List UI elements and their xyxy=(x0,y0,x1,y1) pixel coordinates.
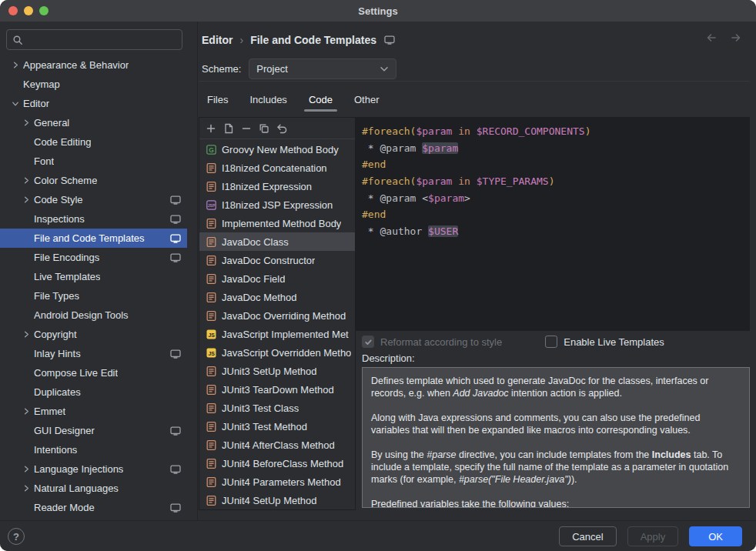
template-list-item[interactable]: JavaDoc Class xyxy=(199,232,355,251)
sidebar-item-reader-mode[interactable]: Reader Mode xyxy=(0,498,187,517)
close-window-button[interactable] xyxy=(8,6,18,15)
template-editor[interactable]: #foreach($param in $RECORD_COMPONENTS) *… xyxy=(356,117,750,331)
template-list-item[interactable]: G Groovy New Method Body xyxy=(199,140,355,159)
code-token: $USER xyxy=(428,225,458,237)
description-text: Predefined variables take the following … xyxy=(371,499,569,508)
reset-template-button[interactable] xyxy=(273,120,290,137)
settings-sidebar: Appearance & Behavior Keymap Editor Gene… xyxy=(0,22,198,520)
template-list-item[interactable]: JavaDoc Field xyxy=(199,269,355,288)
sidebar-item-compose-live-edit[interactable]: Compose Live Edit xyxy=(0,363,187,382)
sidebar-item-emmet[interactable]: Emmet xyxy=(0,402,187,421)
tree-chevron-icon[interactable] xyxy=(22,195,32,205)
maximize-window-button[interactable] xyxy=(39,6,49,15)
enable-live-templates-checkbox[interactable]: Enable Live Templates xyxy=(545,336,664,348)
sidebar-item-intentions[interactable]: Intentions xyxy=(0,440,187,459)
search-input[interactable] xyxy=(27,34,176,45)
sidebar-item-appearance-behavior[interactable]: Appearance & Behavior xyxy=(0,55,187,75)
back-button[interactable] xyxy=(705,32,718,43)
template-list-item[interactable]: JavaDoc Overriding Method xyxy=(199,306,355,325)
template-file-icon xyxy=(206,366,217,377)
tree-chevron-icon[interactable] xyxy=(22,464,32,475)
tree-chevron-icon[interactable] xyxy=(11,60,21,71)
template-list-item-label: I18nized Concatenation xyxy=(222,162,327,174)
tree-chevron-icon[interactable] xyxy=(22,483,32,494)
template-description[interactable]: Defines template which used to generate … xyxy=(362,367,750,508)
template-list-item[interactable]: JavaDoc Constructor xyxy=(199,251,355,269)
template-list-item-label: JUnit4 Parameters Method xyxy=(222,476,341,488)
sidebar-item-android-design-tools[interactable]: Android Design Tools xyxy=(0,306,187,325)
remove-template-button[interactable] xyxy=(237,120,255,137)
ok-button[interactable]: OK xyxy=(689,526,742,546)
breadcrumb: Editor › File and Code Templates xyxy=(202,31,395,49)
sidebar-item-editor[interactable]: Editor xyxy=(0,94,187,113)
template-list-item[interactable]: JUnit3 Test Class xyxy=(199,399,355,417)
tree-chevron-icon[interactable] xyxy=(22,175,32,186)
sidebar-item-language-injections[interactable]: Language Injections xyxy=(0,459,187,479)
scheme-row: Scheme: Project xyxy=(202,58,396,79)
help-button[interactable]: ? xyxy=(8,528,25,545)
sidebar-item-color-scheme[interactable]: Color Scheme xyxy=(0,171,187,190)
sidebar-item-copyright[interactable]: Copyright xyxy=(0,325,187,344)
sidebar-item-label: File Types xyxy=(34,290,79,302)
template-list-item[interactable]: JUnit4 SetUp Method xyxy=(199,491,355,509)
sidebar-item-code-editing[interactable]: Code Editing xyxy=(0,132,187,152)
tab-files[interactable]: Files xyxy=(200,88,235,111)
template-file-icon xyxy=(206,458,217,469)
sidebar-item-live-templates[interactable]: Live Templates xyxy=(0,267,187,286)
template-list-item-label: JavaDoc Class xyxy=(222,236,289,248)
minimize-window-button[interactable] xyxy=(24,6,33,15)
template-list-item-label: JavaDoc Constructor xyxy=(222,255,315,266)
sidebar-item-label: Language Injections xyxy=(34,463,123,475)
template-list-item[interactable]: JUnit3 SetUp Method xyxy=(199,362,355,380)
sidebar-item-file-encodings[interactable]: File Encodings xyxy=(0,248,187,267)
template-list-item[interactable]: JUnit4 AfterClass Method xyxy=(199,436,355,454)
code-token: in xyxy=(452,175,476,187)
sidebar-item-natural-languages[interactable]: Natural Languages xyxy=(0,479,187,498)
template-list-item[interactable]: I18nized Concatenation xyxy=(199,159,355,177)
tab-code[interactable]: Code xyxy=(302,88,340,111)
scheme-dropdown[interactable]: Project xyxy=(249,58,396,79)
tree-chevron-icon[interactable] xyxy=(22,118,32,129)
sidebar-item-gui-designer[interactable]: GUI Designer xyxy=(0,421,187,440)
template-list-item-label: JUnit4 BeforeClass Method xyxy=(222,458,343,469)
titlebar: Settings xyxy=(0,0,756,22)
sidebar-item-general[interactable]: General xyxy=(0,113,187,132)
template-list-item[interactable]: JUnit3 Test Method xyxy=(199,417,355,436)
sidebar-item-inlay-hints[interactable]: Inlay Hints xyxy=(0,344,187,363)
template-list-item[interactable]: JS JavaScript Implemented Met xyxy=(199,325,355,343)
template-list-item[interactable]: JavaDoc Method xyxy=(199,288,355,306)
template-list-item-label: JUnit3 SetUp Method xyxy=(222,366,317,377)
breadcrumb-item-editor[interactable]: Editor xyxy=(202,34,232,46)
js-file-icon: JS xyxy=(206,347,217,359)
template-list-item[interactable]: JS JavaScript Overridden Metho xyxy=(199,343,355,362)
duplicate-template-button[interactable] xyxy=(255,120,273,137)
add-template-button[interactable] xyxy=(202,120,219,137)
reformat-checkbox[interactable]: Reformat according to style xyxy=(362,336,502,348)
sidebar-item-code-style[interactable]: Code Style xyxy=(0,190,187,209)
template-list-item[interactable]: JSP I18nized JSP Expression xyxy=(199,195,355,214)
template-list-item[interactable]: JUnit3 TearDown Method xyxy=(199,380,355,399)
apply-button[interactable]: Apply xyxy=(627,526,679,546)
sidebar-item-file-and-code-templates[interactable]: File and Code Templates xyxy=(0,229,187,248)
sidebar-item-duplicates[interactable]: Duplicates xyxy=(0,382,187,402)
template-list-item[interactable]: JUnit4 BeforeClass Method xyxy=(199,454,355,473)
template-list-item[interactable]: I18nized Expression xyxy=(199,177,355,195)
cancel-button[interactable]: Cancel xyxy=(559,526,616,546)
settings-search-box[interactable] xyxy=(6,29,182,50)
tree-chevron-icon[interactable] xyxy=(22,406,32,417)
sidebar-item-keymap[interactable]: Keymap xyxy=(0,75,187,94)
sidebar-item-file-types[interactable]: File Types xyxy=(0,286,187,306)
tab-other[interactable]: Other xyxy=(347,88,386,111)
tree-chevron-icon[interactable] xyxy=(22,329,32,340)
forward-button[interactable] xyxy=(730,32,742,43)
sidebar-item-inspections[interactable]: Inspections xyxy=(0,209,187,229)
template-list-item[interactable]: JUnit4 Parameters Method xyxy=(199,473,355,491)
sidebar-item-font[interactable]: Font xyxy=(0,152,187,171)
code-line: * @author $USER xyxy=(362,223,750,240)
template-list-item[interactable]: Implemented Method Body xyxy=(199,214,355,232)
search-icon xyxy=(12,35,23,45)
code-line: * @param $param xyxy=(362,140,750,157)
tree-chevron-icon[interactable] xyxy=(11,99,22,109)
tab-includes[interactable]: Includes xyxy=(243,88,293,111)
create-child-template-button[interactable] xyxy=(219,120,237,137)
